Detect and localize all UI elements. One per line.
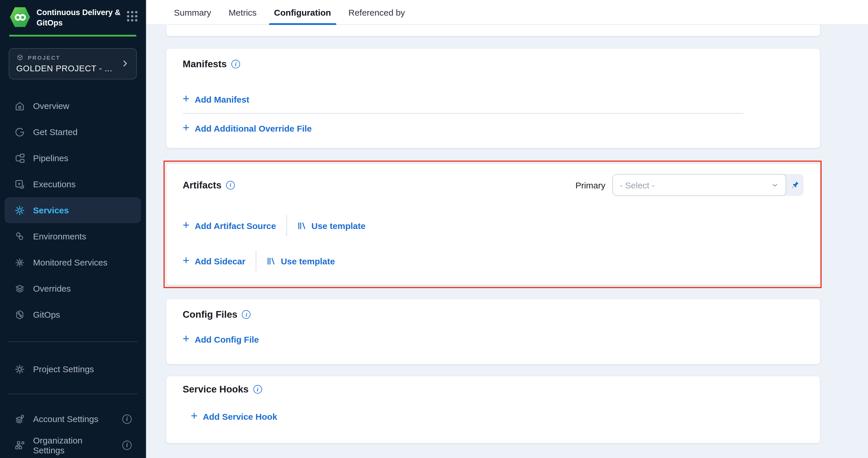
plus-icon: + <box>191 410 197 422</box>
environments-icon <box>14 231 26 242</box>
tab-bar: Summary Metrics Configuration Referenced… <box>146 0 868 25</box>
template-library-icon <box>298 221 306 230</box>
add-artifact-source-button[interactable]: + Add Artifact Source <box>183 220 276 231</box>
overrides-layers-icon <box>14 283 26 294</box>
use-template-artifact-button[interactable]: Use template <box>298 221 366 231</box>
sidebar-item-label: Environments <box>33 231 86 241</box>
info-circle-icon[interactable]: i <box>242 310 251 319</box>
artifacts-annotated-region: Artifacts i Primary - Select - <box>166 164 820 285</box>
plus-icon: + <box>183 93 189 104</box>
sidebar-item-overview[interactable]: Overview <box>5 93 141 119</box>
add-config-file-button[interactable]: + Add Config File <box>183 334 259 344</box>
sidebar-item-label: Monitored Services <box>33 257 107 267</box>
organization-settings-icon <box>14 439 26 451</box>
sidebar-item-account-settings[interactable]: Account Settings i <box>5 406 141 432</box>
sidebar-item-organization-settings[interactable]: Organization Settings i <box>5 432 141 458</box>
vertical-divider <box>286 215 287 236</box>
sidebar-item-get-started[interactable]: Get Started <box>5 119 141 145</box>
chevron-right-icon <box>121 59 129 68</box>
add-service-hook-button[interactable]: + Add Service Hook <box>191 411 277 422</box>
vertical-divider <box>256 250 256 271</box>
primary-label: Primary <box>576 180 605 190</box>
info-circle-icon[interactable]: i <box>122 414 132 424</box>
sidebar-item-label: Get Started <box>33 127 78 137</box>
get-started-icon <box>14 126 26 138</box>
main-area: Summary Metrics Configuration Referenced… <box>146 0 868 458</box>
sidebar-item-label: Project Settings <box>33 364 94 374</box>
sidebar-item-project-settings[interactable]: Project Settings <box>5 356 141 382</box>
service-hooks-title: Service Hooks <box>183 384 248 395</box>
plus-icon: + <box>183 254 189 266</box>
sidebar-item-label: Account Settings <box>33 414 98 424</box>
sidebar-item-label: Overrides <box>33 283 71 293</box>
sidebar-divider <box>8 341 137 342</box>
primary-artifact-select-group: - Select - <box>612 174 804 196</box>
info-circle-icon[interactable]: i <box>231 60 240 68</box>
sidebar-item-environments[interactable]: Environments <box>5 223 141 249</box>
pin-button[interactable] <box>786 174 804 196</box>
sidebar-item-label: GitOps <box>33 310 60 319</box>
product-title: Continuous Delivery & GitOps <box>36 6 121 28</box>
plus-icon: + <box>183 333 189 344</box>
manifests-section: Manifests i + Add Manifest + Add Addit <box>166 49 820 148</box>
sidebar-item-pipelines[interactable]: Pipelines <box>5 145 141 171</box>
project-label: PROJECT <box>28 55 60 61</box>
manifests-divider <box>183 113 743 114</box>
pipelines-icon <box>14 152 26 164</box>
service-hooks-section: Service Hooks i + Add Service Hook <box>166 376 820 443</box>
sidebar-item-gitops[interactable]: GitOps <box>5 302 141 328</box>
info-circle-icon[interactable]: i <box>226 181 235 189</box>
gitops-icon <box>14 309 26 320</box>
app-window: Continuous Delivery & GitOps PROJECT GOL… <box>0 0 868 458</box>
monitored-services-icon <box>14 256 26 268</box>
brand-header: Continuous Delivery & GitOps <box>0 0 146 35</box>
add-manifest-button[interactable]: + Add Manifest <box>183 94 249 104</box>
home-icon <box>14 100 26 112</box>
account-settings-icon <box>14 413 26 425</box>
sidebar-item-services[interactable]: Services <box>5 197 141 223</box>
tab-configuration[interactable]: Configuration <box>274 0 331 24</box>
sidebar-item-monitored-services[interactable]: Monitored Services <box>5 249 141 275</box>
project-selector[interactable]: PROJECT GOLDEN PROJECT - ... <box>9 48 137 80</box>
pin-icon <box>790 180 800 190</box>
sidebar: Continuous Delivery & GitOps PROJECT GOL… <box>0 0 146 458</box>
tab-summary[interactable]: Summary <box>174 0 211 24</box>
brand-accent-rule <box>9 35 136 36</box>
artifacts-section: Artifacts i Primary - Select - <box>166 164 820 285</box>
sidebar-divider <box>8 394 137 394</box>
template-library-icon <box>267 256 275 265</box>
services-gear-icon <box>14 204 26 216</box>
chevron-down-icon <box>771 181 779 189</box>
sidebar-item-executions[interactable]: Executions <box>5 171 141 197</box>
sidebar-item-label: Pipelines <box>33 153 68 163</box>
add-sidecar-button[interactable]: + Add Sidecar <box>183 256 245 266</box>
info-circle-icon[interactable]: i <box>253 385 262 394</box>
sidebar-item-label: Services <box>33 205 69 215</box>
add-additional-override-file-button[interactable]: + Add Additional Override File <box>183 123 312 133</box>
plus-icon: + <box>183 122 189 133</box>
manifests-title: Manifests <box>183 59 227 69</box>
sidebar-item-label: Overview <box>33 101 69 111</box>
scrolled-card-partial <box>166 25 820 36</box>
configuration-content: Manifests i + Add Manifest + Add Addit <box>146 25 868 458</box>
config-files-section: Config Files i + Add Config File <box>166 299 820 364</box>
sidebar-item-overrides[interactable]: Overrides <box>5 275 141 302</box>
plus-icon: + <box>183 219 189 231</box>
tab-metrics[interactable]: Metrics <box>228 0 256 24</box>
info-circle-icon[interactable]: i <box>122 440 132 450</box>
project-name: GOLDEN PROJECT - ... <box>16 64 117 73</box>
artifacts-title: Artifacts <box>183 179 221 190</box>
use-template-sidecar-button[interactable]: Use template <box>267 256 335 266</box>
project-settings-gear-icon <box>14 363 26 375</box>
select-value: - Select - <box>620 180 655 190</box>
sidebar-item-label: Organization Settings <box>33 435 115 455</box>
primary-artifact-select[interactable]: - Select - <box>612 174 786 196</box>
sidebar-item-label: Executions <box>33 179 76 189</box>
cube-icon <box>16 54 24 61</box>
executions-icon <box>14 178 26 190</box>
config-files-title: Config Files <box>183 309 238 320</box>
tab-referenced-by[interactable]: Referenced by <box>348 0 405 24</box>
sidebar-nav: Overview Get Started Pipelines <box>0 93 146 328</box>
harness-cd-logo-icon <box>9 6 31 28</box>
app-grid-icon[interactable] <box>127 11 137 22</box>
